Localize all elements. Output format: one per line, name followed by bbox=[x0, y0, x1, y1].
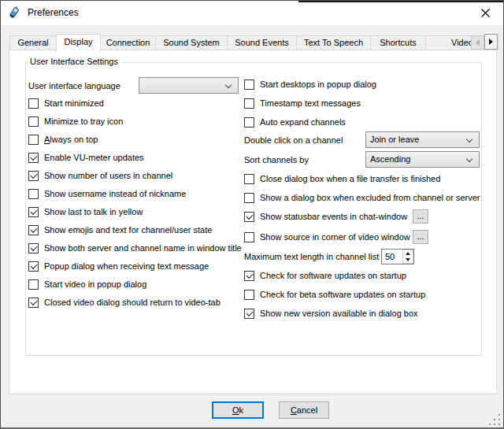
checkbox-label: Close dialog box when a file transfer is… bbox=[260, 174, 440, 183]
max-text-length-spinbox[interactable]: 50 bbox=[381, 249, 414, 264]
checkbox[interactable] bbox=[28, 279, 39, 290]
checkbox[interactable] bbox=[28, 98, 39, 109]
chevron-down-icon bbox=[466, 136, 472, 142]
checkbox-start-video-popup[interactable]: Start video in popup dialog bbox=[28, 279, 146, 290]
checkbox[interactable] bbox=[28, 225, 39, 235]
checkbox-enable-vu-meter[interactable]: Enable VU-meter updates bbox=[28, 152, 144, 163]
checkbox-label: Show last to talk in yellow bbox=[44, 207, 143, 216]
spin-down-icon bbox=[406, 258, 410, 261]
checkbox[interactable] bbox=[28, 243, 39, 253]
checkbox[interactable] bbox=[244, 98, 254, 109]
language-combobox[interactable] bbox=[139, 77, 239, 94]
checkbox-timestamp-messages[interactable]: Timestamp text messages bbox=[244, 98, 361, 109]
checkbox[interactable] bbox=[244, 193, 254, 203]
chevron-down-icon bbox=[225, 82, 232, 88]
spin-down-button[interactable] bbox=[403, 257, 413, 263]
ok-button-label: Ok bbox=[232, 405, 243, 415]
checkbox[interactable] bbox=[244, 117, 254, 128]
checkbox[interactable] bbox=[28, 189, 39, 199]
cancel-button[interactable]: Cancel bbox=[279, 401, 329, 419]
checkbox-show-dialog-excluded[interactable]: Show a dialog box when excluded from cha… bbox=[244, 192, 480, 203]
spinner-buttons bbox=[402, 250, 413, 264]
display-tab-page: User Interface Settings User interface l… bbox=[9, 50, 497, 394]
double-click-combobox[interactable]: Join or leave bbox=[365, 131, 480, 148]
checkbox-label: Always on top bbox=[44, 135, 98, 144]
checkbox-label: Show both server and channel name in win… bbox=[44, 243, 242, 253]
double-click-label: Double click on a channel bbox=[244, 131, 343, 148]
title-bar[interactable]: Preferences bbox=[1, 1, 503, 25]
checkbox-always-on-top[interactable]: Always on top bbox=[28, 134, 98, 145]
checkbox[interactable] bbox=[28, 135, 39, 145]
checkbox-check-updates[interactable]: Check for software updates on startup bbox=[244, 270, 406, 281]
spinbox-value[interactable]: 50 bbox=[382, 250, 402, 264]
tab-shortcuts[interactable]: Shortcuts bbox=[370, 35, 426, 50]
tab-strip: General Display Connection Sound System … bbox=[9, 35, 499, 50]
checkbox-start-minimized[interactable]: Start minimized bbox=[28, 98, 104, 109]
checkbox-auto-expand-channels[interactable]: Auto expand channels bbox=[244, 116, 346, 128]
checkbox-show-server-channel-name[interactable]: Show both server and channel name in win… bbox=[28, 242, 242, 253]
checkbox-closed-video-return[interactable]: Closed video dialog should return to vid… bbox=[28, 297, 220, 308]
checkbox-show-source-video[interactable]: Show source in corner of video window bbox=[244, 231, 410, 242]
checkbox-label: Show source in corner of video window bbox=[260, 232, 410, 242]
sort-channels-combobox[interactable]: Ascending bbox=[365, 151, 480, 168]
checkbox-label: Closed video dialog should return to vid… bbox=[44, 298, 220, 307]
checkbox[interactable] bbox=[28, 207, 39, 217]
checkbox[interactable] bbox=[28, 298, 39, 308]
checkbox[interactable] bbox=[244, 174, 254, 184]
tab-display[interactable]: Display bbox=[56, 34, 101, 51]
checkbox-show-last-to-talk[interactable]: Show last to talk in yellow bbox=[28, 206, 143, 217]
checkbox[interactable] bbox=[244, 309, 254, 319]
ok-button[interactable]: Ok bbox=[212, 401, 264, 419]
checkbox[interactable] bbox=[244, 232, 254, 242]
checkbox[interactable] bbox=[244, 271, 254, 281]
checkbox-show-new-version[interactable]: Show new version available in dialog box bbox=[244, 308, 418, 319]
checkbox[interactable] bbox=[28, 153, 39, 163]
checkbox[interactable] bbox=[244, 212, 254, 222]
cancel-button-label: Cancel bbox=[291, 405, 317, 415]
chevron-down-icon bbox=[466, 156, 472, 162]
tab-general[interactable]: General bbox=[9, 35, 57, 50]
checkbox[interactable] bbox=[28, 261, 39, 272]
checkbox-label: Show new version available in dialog box bbox=[260, 309, 418, 318]
checkbox-label: Enable VU-meter updates bbox=[44, 153, 144, 162]
group-title: User Interface Settings bbox=[28, 57, 120, 66]
checkbox-show-emojis[interactable]: Show emojis and text for channel/user st… bbox=[28, 224, 212, 235]
checkbox-close-dialog-file-transfer[interactable]: Close dialog box when a file transfer is… bbox=[244, 173, 440, 184]
checkbox-label: Show number of users in channel bbox=[44, 171, 172, 180]
checkbox-label: Popup dialog when receiving text message bbox=[44, 261, 209, 271]
checkbox-label: Show username instead of nickname bbox=[44, 189, 186, 198]
app-icon bbox=[8, 6, 20, 19]
checkbox-minimize-to-tray[interactable]: Minimize to tray icon bbox=[28, 116, 123, 127]
checkbox-label: Start desktops in popup dialog bbox=[260, 80, 376, 89]
checkbox[interactable] bbox=[244, 80, 254, 90]
checkbox[interactable] bbox=[28, 171, 39, 181]
resize-grip[interactable] bbox=[489, 414, 500, 425]
tab-sound-events[interactable]: Sound Events bbox=[227, 35, 297, 50]
close-button[interactable] bbox=[468, 1, 503, 25]
tab-scroll-right-button[interactable] bbox=[484, 34, 498, 50]
checkbox-statusbar-events[interactable]: Show statusbar events in chat-window bbox=[244, 211, 407, 222]
tab-connection[interactable]: Connection bbox=[100, 35, 156, 50]
checkbox-show-number-of-users[interactable]: Show number of users in channel bbox=[28, 170, 172, 181]
checkbox[interactable] bbox=[244, 290, 254, 300]
tab-sound-system[interactable]: Sound System bbox=[155, 35, 228, 50]
scroll-left-icon bbox=[476, 39, 480, 46]
checkbox-popup-dialog-text-message[interactable]: Popup dialog when receiving text message bbox=[28, 261, 209, 272]
checkbox-label: Check for beta software updates on start… bbox=[260, 290, 425, 299]
video-source-more-button[interactable]: ... bbox=[413, 230, 428, 244]
checkbox-label: Show a dialog box when excluded from cha… bbox=[260, 193, 480, 202]
checkbox[interactable] bbox=[28, 116, 39, 127]
checkbox-label: Check for software updates on startup bbox=[260, 271, 406, 280]
checkbox-show-username[interactable]: Show username instead of nickname bbox=[28, 188, 186, 199]
close-icon bbox=[481, 9, 490, 17]
checkbox-start-desktops-popup[interactable]: Start desktops in popup dialog bbox=[244, 79, 376, 90]
scroll-right-icon bbox=[489, 39, 493, 45]
spin-up-button[interactable] bbox=[403, 250, 413, 257]
spin-up-icon bbox=[406, 252, 410, 255]
checkbox-label: Start video in popup dialog bbox=[44, 279, 146, 289]
checkbox-check-beta-updates[interactable]: Check for beta software updates on start… bbox=[244, 289, 425, 300]
statusbar-events-more-button[interactable]: ... bbox=[413, 209, 428, 224]
checkbox-label: Minimize to tray icon bbox=[44, 116, 123, 126]
tab-scroll-left-button[interactable] bbox=[471, 35, 484, 50]
tab-text-to-speech[interactable]: Text To Speech bbox=[296, 35, 371, 50]
